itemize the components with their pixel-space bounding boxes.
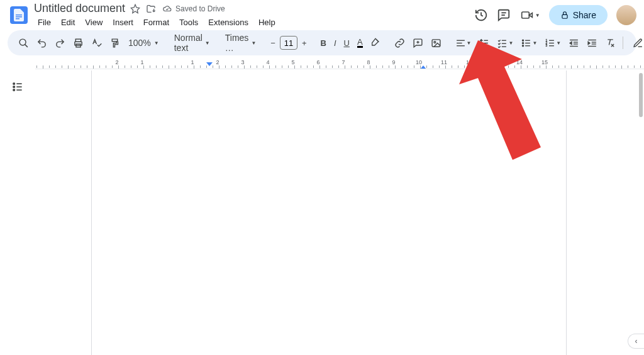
decrease-font-size[interactable]: − — [267, 36, 279, 50]
menu-insert[interactable]: Insert — [109, 16, 137, 28]
clear-formatting-icon[interactable] — [602, 35, 619, 51]
separator — [623, 37, 623, 49]
cloud-saved-icon — [162, 4, 173, 13]
svg-point-27 — [523, 45, 524, 46]
docs-logo[interactable] — [10, 6, 28, 24]
svg-rect-5 — [521, 12, 529, 18]
underline-icon[interactable]: U — [341, 36, 353, 50]
svg-rect-1 — [16, 16, 22, 18]
add-comment-icon[interactable] — [409, 35, 426, 51]
header-right: ▼ Share — [474, 5, 636, 25]
decrease-indent-icon[interactable] — [565, 35, 582, 51]
menu-extensions[interactable]: Extensions — [204, 16, 252, 28]
link-icon[interactable] — [391, 35, 408, 51]
search-icon[interactable] — [15, 35, 32, 51]
menu-bar: File Edit View Insert Format Tools Exten… — [34, 16, 279, 28]
menu-edit[interactable]: Edit — [57, 16, 79, 28]
menu-format[interactable]: Format — [140, 16, 173, 28]
left-gutter — [0, 70, 35, 355]
comments-icon[interactable] — [497, 8, 511, 22]
increase-font-size[interactable]: + — [299, 36, 310, 50]
bold-icon[interactable]: B — [317, 36, 329, 50]
svg-rect-2 — [16, 18, 19, 20]
style-value: Normal text — [174, 33, 203, 53]
avatar[interactable] — [616, 5, 636, 25]
align-icon[interactable]: ▼ — [452, 35, 475, 51]
svg-point-47 — [13, 89, 15, 91]
video-call-icon[interactable]: ▼ — [519, 9, 540, 21]
star-icon[interactable] — [130, 4, 140, 14]
scrollbar-thumb[interactable] — [639, 73, 643, 117]
menu-help[interactable]: Help — [255, 16, 279, 28]
svg-line-8 — [25, 44, 28, 47]
lock-icon — [560, 11, 569, 20]
history-icon[interactable] — [474, 8, 488, 22]
increase-indent-icon[interactable] — [584, 35, 601, 51]
numbered-list-icon[interactable]: 123▼ — [541, 35, 564, 51]
undo-icon[interactable] — [33, 35, 50, 51]
saved-label: Saved to Drive — [175, 4, 225, 13]
text-color-icon[interactable]: A — [354, 36, 366, 50]
font-value: Times … — [225, 33, 249, 53]
svg-point-46 — [13, 86, 15, 88]
image-icon[interactable] — [428, 35, 445, 51]
checklist-icon[interactable]: ▼ — [494, 35, 516, 51]
font-select[interactable]: Times …▼ — [221, 30, 260, 55]
toolbar: 100%▼ Normal text▼ Times …▼ − + B I U A … — [8, 30, 636, 55]
svg-text:3: 3 — [546, 44, 548, 47]
menu-tools[interactable]: Tools — [175, 16, 202, 28]
svg-point-45 — [13, 83, 15, 85]
editing-mode-icon[interactable]: ▼ — [630, 35, 644, 51]
font-size-input[interactable] — [280, 36, 297, 50]
svg-rect-14 — [432, 39, 440, 46]
document-page[interactable] — [91, 70, 567, 355]
header-bar: Untitled document Saved to Drive File Ed… — [0, 0, 644, 30]
share-label: Share — [573, 10, 596, 20]
title-block: Untitled document Saved to Drive File Ed… — [34, 2, 279, 28]
paint-format-icon[interactable] — [106, 35, 123, 51]
print-icon[interactable] — [70, 35, 87, 51]
menu-file[interactable]: File — [34, 16, 55, 28]
svg-point-7 — [19, 39, 26, 45]
redo-icon[interactable] — [52, 35, 69, 51]
ruler-area: 21123456789101112131415 — [0, 59, 644, 70]
svg-point-26 — [523, 42, 524, 43]
menu-view[interactable]: View — [81, 16, 106, 28]
highlight-icon[interactable] — [367, 35, 384, 50]
svg-point-15 — [434, 41, 436, 43]
cloud-saved-status[interactable]: Saved to Drive — [162, 4, 225, 13]
workspace: ‹ — [0, 70, 644, 355]
line-spacing-icon[interactable] — [475, 35, 492, 51]
document-title[interactable]: Untitled document — [34, 2, 125, 15]
zoom-select[interactable]: 100%▼ — [125, 35, 163, 50]
svg-rect-0 — [16, 14, 22, 16]
side-panel-toggle[interactable]: ‹ — [628, 334, 644, 349]
svg-rect-6 — [562, 14, 567, 18]
paragraph-style-select[interactable]: Normal text▼ — [170, 30, 214, 55]
horizontal-ruler[interactable]: 21123456789101112131415 — [35, 59, 644, 69]
share-button[interactable]: Share — [549, 5, 608, 25]
zoom-value: 100% — [128, 38, 151, 48]
spellcheck-icon[interactable] — [88, 35, 105, 51]
italic-icon[interactable]: I — [331, 36, 340, 50]
document-outline-icon[interactable] — [11, 81, 24, 355]
svg-point-25 — [523, 40, 524, 41]
bulleted-list-icon[interactable]: ▼ — [518, 35, 540, 51]
right-padding: ‹ — [623, 70, 644, 355]
move-folder-icon[interactable] — [145, 4, 157, 14]
